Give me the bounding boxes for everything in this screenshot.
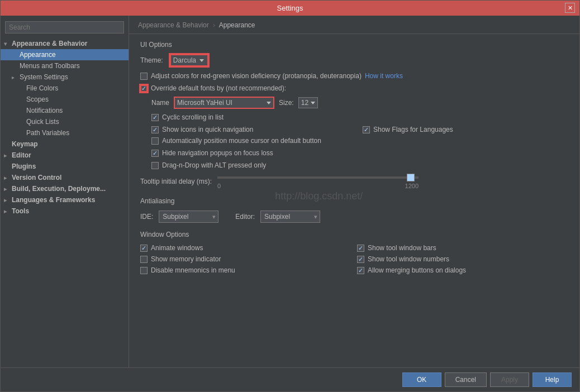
show-memory-label: Show memory indicator	[151, 255, 221, 263]
ide-aa-select[interactable]: Subpixel Greyscale No antialiasing	[159, 211, 218, 223]
hide-nav-checkbox[interactable]: ✓	[151, 150, 159, 157]
disable-mnemonics-row: Disable mnemonics in menu	[140, 266, 351, 274]
hide-nav-row: ✓ Hide navigation popups on focus loss	[151, 149, 568, 157]
sidebar-item-file-colors[interactable]: File Colors	[1, 83, 129, 94]
search-input[interactable]	[5, 21, 124, 34]
cyclic-scrolling-label: Cyclic scrolling in list	[162, 113, 224, 121]
sidebar-item-system-settings[interactable]: ▸System Settings	[1, 71, 129, 83]
animate-windows-checkbox[interactable]: ✓	[140, 245, 148, 252]
sidebar-item-quick-lists[interactable]: Quick Lists	[1, 116, 129, 127]
sidebar-item-appearance-behavior[interactable]: ▾Appearance & Behavior	[1, 38, 129, 49]
breadcrumb-current: Appearance	[219, 21, 255, 29]
apply-button[interactable]: Apply	[490, 372, 529, 387]
slider-min: 0	[217, 183, 221, 189]
sidebar-label-path-variables: Path Variables	[26, 129, 69, 137]
how-it-works-link[interactable]: How it works	[365, 72, 403, 80]
sidebar-label-menus-toolbars: Menus and Toolbars	[20, 62, 80, 70]
sidebar-item-tools[interactable]: ▸Tools	[1, 205, 129, 217]
sidebar-item-editor[interactable]: ▸Editor	[1, 150, 129, 161]
show-memory-checkbox[interactable]	[140, 256, 148, 263]
font-size-dropdown[interactable]: 12	[298, 97, 318, 108]
sidebar-item-menus-toolbars[interactable]: Menus and Toolbars	[1, 60, 129, 71]
editor-aa-label: Editor:	[235, 213, 255, 221]
main-panel: Appearance & Behavior › Appearance UI Op…	[129, 16, 579, 367]
slider-track-wrapper[interactable]	[217, 174, 419, 181]
font-name-dropdown[interactable]: Microsoft YaHei UI	[174, 97, 274, 109]
allow-merging-checkmark: ✓	[358, 267, 363, 274]
sidebar-item-notifications[interactable]: Notifications	[1, 105, 129, 116]
font-name-label: Name	[151, 99, 169, 107]
sidebar-item-appearance[interactable]: Appearance	[1, 49, 129, 60]
show-tool-bars-checkbox[interactable]: ✓	[357, 245, 364, 252]
sidebar-label-tools: Tools	[12, 207, 29, 215]
sidebar-label-languages: Languages & Frameworks	[12, 196, 95, 204]
animate-windows-label: Animate windows	[151, 244, 203, 252]
expand-icon-editor: ▸	[4, 152, 9, 159]
expand-icon-tools: ▸	[4, 208, 9, 214]
window-options-section: Window Options ✓ Animate windows ✓	[140, 231, 568, 274]
ide-aa-select-wrapper: Subpixel Greyscale No antialiasing	[159, 211, 218, 223]
hide-nav-checkmark: ✓	[153, 150, 158, 157]
allow-merging-checkbox[interactable]: ✓	[357, 267, 364, 274]
theme-dropdown-arrow	[199, 59, 204, 62]
breadcrumb-separator: ›	[213, 21, 215, 29]
slider-track	[217, 176, 419, 179]
ok-button[interactable]: OK	[402, 372, 441, 387]
sidebar-tree: ▾Appearance & BehaviorAppearanceMenus an…	[1, 38, 129, 217]
disable-mnemonics-checkbox[interactable]	[140, 267, 148, 274]
sidebar-item-version-control[interactable]: ▸Version Control	[1, 172, 129, 183]
cyclic-scrolling-checkbox[interactable]: ✓	[151, 114, 159, 121]
drag-drop-checkbox[interactable]	[151, 162, 159, 169]
sidebar-label-appearance-behavior: Appearance & Behavior	[12, 40, 87, 47]
antialiasing-section: Antialiasing IDE: Subpixel Greyscale No …	[140, 197, 568, 223]
font-row: Name Microsoft YaHei UI Size: 12	[151, 97, 568, 109]
adjust-colors-checkbox[interactable]	[140, 73, 148, 80]
window-options-title: Window Options	[140, 231, 568, 238]
sidebar-label-scopes: Scopes	[26, 95, 49, 103]
show-flags-row: ✓ Show Flags for Languages	[363, 126, 568, 133]
window-options-grid: ✓ Animate windows ✓ Show tool window bar…	[140, 244, 568, 274]
sidebar-label-appearance: Appearance	[20, 51, 56, 59]
show-tool-numbers-checkmark: ✓	[358, 256, 363, 263]
icons-flags-row: ✓ Show icons in quick navigation ✓ Show …	[151, 126, 568, 133]
theme-dropdown[interactable]: Darcula	[170, 54, 208, 66]
show-tool-bars-label: Show tool window bars	[368, 244, 436, 252]
theme-label: Theme:	[140, 56, 163, 64]
show-tool-numbers-checkbox[interactable]: ✓	[357, 256, 364, 263]
editor-aa-select[interactable]: Subpixel Greyscale No antialiasing	[260, 211, 320, 223]
show-flags-checkbox[interactable]: ✓	[363, 126, 370, 133]
sidebar-label-editor: Editor	[12, 151, 31, 159]
expand-icon-appearance-behavior: ▾	[4, 41, 9, 47]
dialog-title: Settings	[277, 4, 303, 12]
font-dropdown-arrow	[267, 102, 271, 104]
sidebar-item-plugins[interactable]: Plugins	[1, 161, 129, 172]
show-memory-row: Show memory indicator	[140, 255, 351, 263]
sidebar-item-path-variables[interactable]: Path Variables	[1, 127, 129, 138]
sidebar-item-keymap[interactable]: Keymap	[1, 138, 129, 150]
expand-icon-system-settings: ▸	[12, 74, 17, 80]
sidebar-item-languages[interactable]: ▸Languages & Frameworks	[1, 194, 129, 205]
tooltip-label: Tooltip initial delay (ms):	[140, 178, 212, 185]
cancel-button[interactable]: Cancel	[445, 372, 487, 387]
slider-container: 0 1200	[217, 174, 419, 189]
breadcrumb: Appearance & Behavior › Appearance	[129, 16, 579, 34]
show-tool-numbers-row: ✓ Show tool window numbers	[357, 255, 568, 263]
auto-position-row: Automatically position mouse cursor on d…	[151, 137, 568, 145]
settings-body: UI Options Theme: Darcula Adjust colors …	[129, 34, 579, 367]
override-fonts-checkbox[interactable]: ✓	[140, 85, 148, 92]
auto-position-checkbox[interactable]	[151, 137, 159, 145]
sidebar-item-build-exec[interactable]: ▸Build, Execution, Deployme...	[1, 183, 129, 194]
show-icons-checkbox[interactable]: ✓	[151, 126, 159, 133]
settings-dialog: Settings ✕ ▾Appearance & BehaviorAppeara…	[0, 0, 580, 392]
sidebar-label-notifications: Notifications	[26, 107, 63, 114]
sidebar: ▾Appearance & BehaviorAppearanceMenus an…	[1, 16, 129, 367]
show-tool-bars-checkmark: ✓	[358, 245, 363, 252]
sidebar-item-scopes[interactable]: Scopes	[1, 94, 129, 105]
show-icons-row: ✓ Show icons in quick navigation	[151, 126, 357, 133]
sidebar-label-system-settings: System Settings	[20, 73, 68, 81]
close-button[interactable]: ✕	[565, 3, 575, 13]
slider-thumb[interactable]	[407, 174, 415, 181]
help-button[interactable]: Help	[533, 372, 572, 387]
slider-numbers: 0 1200	[217, 183, 419, 189]
sidebar-label-version-control: Version Control	[12, 174, 61, 181]
